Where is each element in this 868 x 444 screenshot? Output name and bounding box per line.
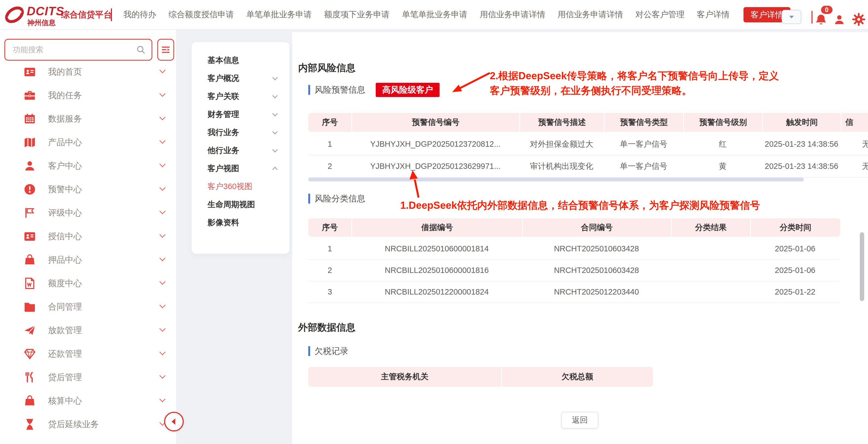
sidebar-collapse-button[interactable] [164, 412, 184, 432]
submenu-item[interactable]: 客户关联 [192, 87, 289, 106]
submenu-item[interactable]: 客户视图 [192, 159, 289, 178]
chevron-down-icon [159, 255, 166, 262]
topnav-item[interactable]: 单笔单批业务申请 [402, 9, 467, 20]
brand-subname: 神州信息 [27, 18, 56, 28]
topnav-tabs: 我的待办综合额度授信申请单笔单批业务申请额度项下业务申请单笔单批业务申请用信业务… [123, 0, 790, 29]
topbar: DCITS 神州信息 综合信贷平台 我的待办综合额度授信申请单笔单批业务申请额度… [0, 0, 868, 30]
notification-badge: 0 [820, 5, 833, 15]
topnav-item[interactable]: 对公客户管理 [636, 9, 684, 20]
flag-icon [24, 207, 36, 219]
menu-fold-button[interactable] [157, 39, 174, 61]
chevron-down-icon [159, 138, 166, 144]
topnav-item[interactable]: 客户详情 [697, 9, 730, 20]
sidebar-item[interactable]: 额度中心 [0, 272, 176, 295]
submenu-item[interactable]: 我行业务 [192, 123, 289, 142]
chevron-down-icon [159, 326, 166, 332]
table-cell: 3 [308, 282, 351, 302]
send-icon [24, 324, 36, 336]
sidebar-item-label: 贷后延续业务 [48, 419, 99, 430]
tax-section-header: 欠税记录 [308, 344, 348, 358]
sidebar-item[interactable]: 产品中心 [0, 130, 176, 154]
submenu-item-label: 生命周期视图 [208, 199, 255, 210]
sidebar-item[interactable]: 押品中心 [0, 248, 176, 272]
sidebar-item-label: 我的首页 [48, 66, 82, 78]
sidebar-item[interactable]: 数据服务 [0, 107, 176, 130]
submenu-item-active[interactable]: 客户360视图 [192, 178, 289, 196]
bell-icon[interactable] [815, 14, 827, 26]
table-cell: 无 [841, 134, 868, 155]
topnav-item[interactable]: 用信业务申请详情 [558, 9, 623, 20]
user-avatar-icon[interactable] [833, 14, 845, 26]
caret-down-icon [787, 13, 796, 21]
sidebar-item-label: 合同管理 [48, 301, 82, 313]
topnav-item[interactable]: 用信业务申请详情 [480, 9, 545, 20]
bag-icon [24, 254, 36, 266]
sidebar-menu: 我的首页我的任务数据服务产品中心客户中心预警中心评级中心授信中心押品中心额度中心… [0, 60, 176, 436]
sidebar-item[interactable]: 我的首页 [0, 60, 176, 84]
submenu-item[interactable]: 客户概况 [192, 69, 289, 87]
gem-icon [24, 348, 36, 360]
sidebar-item[interactable]: 授信中心 [0, 225, 176, 248]
dcits-logo-icon [4, 4, 25, 25]
submenu-item[interactable]: 财务管理 [192, 106, 289, 123]
sidebar-item[interactable]: 评级中心 [0, 201, 176, 225]
chevron-down-icon [159, 185, 166, 191]
table-row: 1YJBHYJXH_DGP20250123720812...对外担保金额过大单一… [308, 134, 868, 155]
table-header-cell: 触发时间 [762, 113, 841, 132]
sidebar-item[interactable]: 放款管理 [0, 319, 176, 342]
table-cell: 2025-01-06 [750, 260, 840, 281]
horizontal-scrollbar[interactable] [308, 178, 804, 181]
workspace-dropdown-button[interactable] [782, 10, 801, 24]
alert-icon [24, 183, 36, 196]
chevron-down-icon [159, 91, 166, 97]
hourglass-icon [24, 418, 36, 431]
main-content: 内部风险信息 风险预警信息 高风险级客户 2.根据DeepSeek传导策略，将客… [292, 32, 868, 444]
id-card-icon [24, 66, 36, 78]
submenu-item[interactable]: 影像资料 [192, 214, 289, 232]
vertical-scrollbar[interactable] [860, 232, 864, 301]
search-input[interactable] [5, 46, 136, 54]
function-search-box [4, 39, 152, 61]
back-button[interactable]: 返回 [561, 412, 598, 429]
table-header-cell: 借据编号 [351, 218, 522, 237]
sidebar-item[interactable]: 客户中心 [0, 154, 176, 178]
sidebar-item[interactable]: 贷后延续业务 [0, 413, 176, 436]
table-header-cell: 序号 [308, 218, 351, 237]
section-title-external-data: 外部数据信息 [298, 321, 355, 334]
submenu-item[interactable]: 他行业务 [192, 142, 289, 159]
table-cell: 2 [308, 260, 351, 281]
sidebar-item[interactable]: 预警中心 [0, 178, 176, 201]
topnav-item[interactable]: 单笔单批业务申请 [246, 9, 312, 20]
table-cell: NRCBILL2025010600001814 [351, 238, 522, 259]
gear-icon[interactable] [852, 12, 866, 26]
topnav-item[interactable]: 我的待办 [123, 9, 156, 20]
topnav-item[interactable]: 综合额度授信申请 [168, 9, 234, 20]
table-cell: 2025-01-22 [750, 282, 840, 302]
topnav-item[interactable]: 额度项下业务申请 [324, 9, 390, 20]
section-bar [308, 346, 310, 356]
collapse-arrow-icon [169, 417, 179, 426]
section-bar [308, 85, 310, 95]
table-header-cell: 欠税总额 [501, 367, 653, 387]
table-header-cell: 信 [841, 113, 868, 132]
table-header-cell: 预警信号描述 [519, 113, 604, 132]
annotation-transmit: 2.根据DeepSeek传导策略，将客户名下预警信号向上传导，定义 客户预警级别… [490, 68, 779, 98]
submenu-item-label: 基本信息 [208, 55, 239, 66]
risk-warning-table: 序号预警信号编号预警信号描述预警信号类型预警信号级别触发时间信1YJBHYJXH… [308, 113, 868, 178]
sidebar-item-label: 放款管理 [48, 325, 82, 336]
sidebar-item[interactable]: 核算中心 [0, 389, 176, 413]
table-cell: YJBHYJXH_DGP20250123629971... [351, 155, 519, 177]
table-header-row: 序号借据编号合同编号分类结果分类时间 [308, 218, 840, 237]
brand-divider [111, 8, 112, 21]
chevron-down-icon [272, 129, 278, 135]
submenu-item-label: 客户360视图 [208, 181, 252, 192]
submenu-item[interactable]: 基本信息 [192, 51, 289, 69]
sidebar-item[interactable]: 还款管理 [0, 342, 176, 365]
sidebar-item[interactable]: 贷后管理 [0, 365, 176, 389]
table-cell: NRCBILL2025010600001816 [351, 260, 522, 281]
section-bar [308, 194, 310, 204]
sidebar-item[interactable]: 合同管理 [0, 295, 176, 319]
sidebar-item-label: 押品中心 [48, 254, 82, 266]
sidebar-item[interactable]: 我的任务 [0, 84, 176, 107]
submenu-item[interactable]: 生命周期视图 [192, 196, 289, 214]
